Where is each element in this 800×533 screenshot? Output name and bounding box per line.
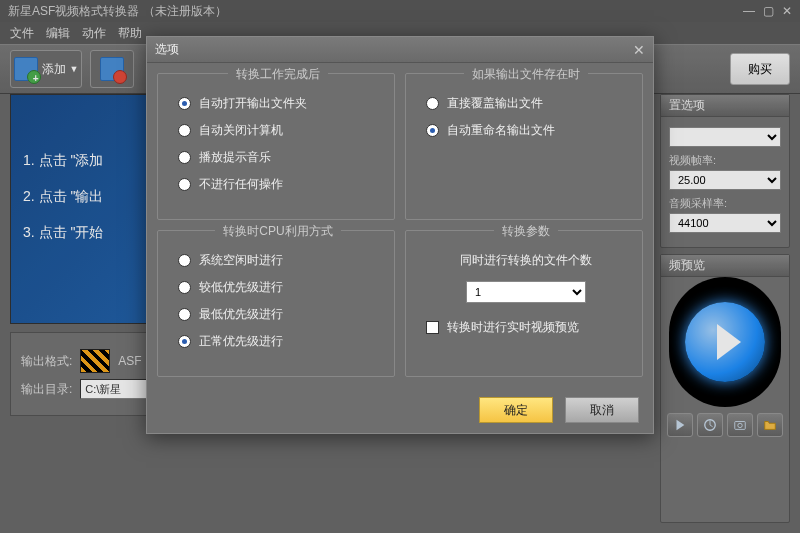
radio-low[interactable]: 较低优先级进行 [178,279,378,296]
radio-icon [426,97,439,110]
concurrent-select[interactable]: 1 [466,281,586,303]
after-convert-group: 转换工作完成后 自动打开输出文件夹 自动关闭计算机 播放提示音乐 不进行任何操作 [157,73,395,220]
options-dialog: 选项 ✕ 转换工作完成后 自动打开输出文件夹 自动关闭计算机 播放提示音乐 不进… [146,36,654,434]
cancel-button[interactable]: 取消 [565,397,639,423]
file-exists-title: 如果输出文件存在时 [464,66,588,83]
ok-button[interactable]: 确定 [479,397,553,423]
radio-icon [178,97,191,110]
radio-overwrite[interactable]: 直接覆盖输出文件 [426,95,626,112]
dialog-close-icon[interactable]: ✕ [633,42,645,58]
radio-icon [178,308,191,321]
radio-icon [178,124,191,137]
convert-params-title: 转换参数 [494,223,558,240]
radio-icon [178,178,191,191]
file-exists-group: 如果输出文件存在时 直接覆盖输出文件 自动重命名输出文件 [405,73,643,220]
radio-icon [178,254,191,267]
concurrent-label: 同时进行转换的文件个数 [426,252,626,269]
convert-params-group: 转换参数 同时进行转换的文件个数 1 转换时进行实时视频预览 [405,230,643,377]
radio-rename[interactable]: 自动重命名输出文件 [426,122,626,139]
radio-lowest[interactable]: 最低优先级进行 [178,306,378,323]
dialog-title: 选项 [155,41,179,58]
cpu-priority-title: 转换时CPU利用方式 [215,223,340,240]
after-convert-title: 转换工作完成后 [228,66,328,83]
checkbox-icon [426,321,439,334]
radio-idle[interactable]: 系统空闲时进行 [178,252,378,269]
realtime-preview-checkbox[interactable]: 转换时进行实时视频预览 [426,319,626,336]
radio-open-folder[interactable]: 自动打开输出文件夹 [178,95,378,112]
radio-do-nothing[interactable]: 不进行任何操作 [178,176,378,193]
radio-icon [178,151,191,164]
radio-normal[interactable]: 正常优先级进行 [178,333,378,350]
radio-shutdown[interactable]: 自动关闭计算机 [178,122,378,139]
radio-icon [178,281,191,294]
cpu-priority-group: 转换时CPU利用方式 系统空闲时进行 较低优先级进行 最低优先级进行 正常优先级… [157,230,395,377]
radio-icon [426,124,439,137]
radio-icon [178,335,191,348]
radio-play-sound[interactable]: 播放提示音乐 [178,149,378,166]
